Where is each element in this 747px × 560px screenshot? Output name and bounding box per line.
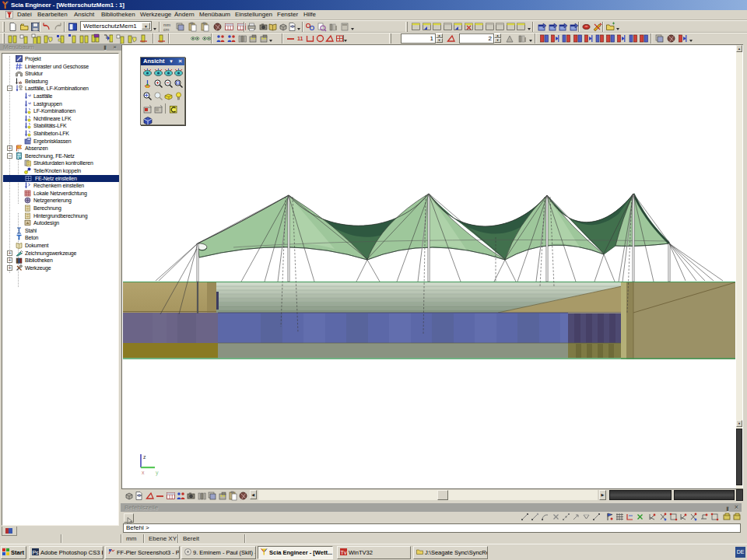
svg-text:Ps: Ps [32,550,39,555]
svg-text:Tv: Tv [341,550,347,555]
svg-text:y: y [156,470,159,476]
svg-text:11: 11 [297,36,303,41]
svg-text:z: z [143,454,146,460]
svg-text:x: x [142,470,145,475]
